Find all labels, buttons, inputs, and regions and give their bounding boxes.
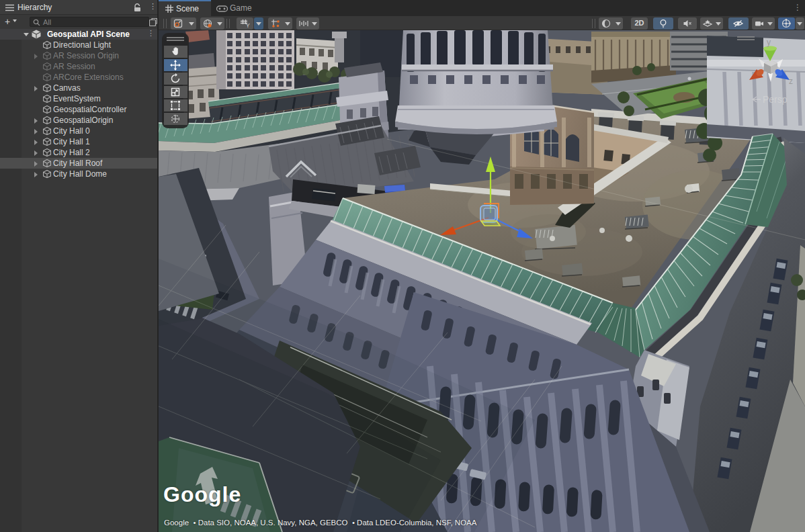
svg-text:Y: Y xyxy=(246,22,250,29)
svg-text:y: y xyxy=(767,38,771,47)
svg-text:z: z xyxy=(789,77,793,86)
svg-text:Persp: Persp xyxy=(763,94,788,105)
